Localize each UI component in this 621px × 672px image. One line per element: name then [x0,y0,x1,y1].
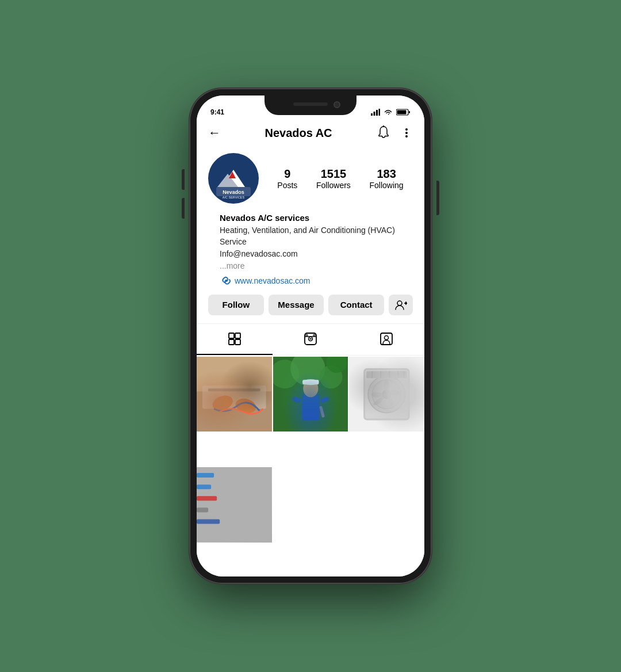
avatar: Nevados A/C SERVICES [208,153,259,204]
svg-point-55 [368,376,405,413]
svg-rect-66 [197,484,211,489]
action-buttons: Follow Message Contact [197,295,424,315]
svg-rect-0 [371,113,373,116]
bio-section: Nevados A/C services Heating, Ventilatio… [208,213,413,287]
link-icon [220,275,231,287]
svg-rect-6 [397,110,407,114]
avatar-circle: Nevados A/C SERVICES [208,153,259,204]
grid-photo-2[interactable] [273,357,348,432]
svg-point-32 [385,335,389,339]
svg-rect-23 [229,339,234,345]
speaker [293,102,328,106]
svg-rect-54 [365,370,408,418]
svg-rect-47 [302,380,319,384]
svg-rect-69 [197,519,220,524]
add-friend-button[interactable] [389,295,413,315]
grid-photo-1[interactable] [197,357,272,432]
svg-point-38 [234,396,258,415]
photo-4-image [197,467,272,543]
svg-rect-34 [197,391,272,432]
tab-reels[interactable] [273,324,348,355]
tab-grid[interactable] [197,324,273,355]
svg-point-56 [373,380,401,408]
svg-point-45 [303,380,318,397]
svg-point-40 [273,360,299,388]
bio-email: Info@nevadosac.com [220,249,401,260]
svg-rect-31 [381,333,392,345]
svg-rect-35 [202,385,266,408]
page-title: Nevados AC [264,127,332,140]
svg-point-46 [302,379,319,385]
notification-button[interactable] [376,125,391,140]
bio-name: Nevados A/C services [220,213,401,223]
tab-tagged[interactable] [348,324,424,355]
wifi-icon [384,109,393,116]
svg-rect-53 [363,368,409,420]
svg-point-8 [405,128,408,131]
svg-rect-1 [374,112,375,116]
photo-1-image [197,357,272,432]
volume-up-button[interactable] [182,169,185,190]
svg-point-10 [405,135,408,138]
content-tabs [197,323,424,356]
svg-rect-50 [319,406,325,418]
follow-button[interactable]: Follow [208,295,264,315]
battery-icon [396,109,411,116]
svg-rect-67 [197,496,217,501]
grid-photo-4[interactable] [197,467,272,543]
profile-row: Nevados A/C SERVICES 9 Posts 1515 [208,153,413,204]
svg-point-37 [210,393,235,413]
stat-following[interactable]: 183 Following [370,167,404,190]
svg-point-42 [319,365,342,388]
signal-icon [371,109,380,116]
more-options-button[interactable] [400,127,413,139]
grid-photo-3[interactable] [349,357,424,432]
profile-logo: Nevados A/C SERVICES [210,155,256,201]
svg-point-9 [405,132,408,134]
followers-count: 1515 [321,167,347,181]
posts-count: 9 [284,167,290,181]
bio-more[interactable]: ...more [220,261,401,270]
svg-rect-52 [349,357,424,432]
svg-rect-68 [197,507,208,512]
svg-rect-65 [197,473,214,478]
camera [334,101,340,108]
profile-section: Nevados A/C SERVICES 9 Posts 1515 [197,147,424,295]
header: ← Nevados AC [197,121,424,147]
grid-icon [228,332,241,346]
message-button[interactable]: Message [269,295,324,315]
svg-point-43 [326,357,347,373]
svg-rect-48 [292,396,301,403]
svg-point-27 [306,334,308,336]
reels-icon [304,332,317,346]
stats-row: 9 Posts 1515 Followers 183 Following [268,167,413,190]
volume-down-button[interactable] [182,198,185,219]
bell-icon [376,125,391,140]
svg-rect-36 [208,388,260,391]
ellipsis-icon [400,127,413,139]
photo-grid [197,357,424,576]
tagged-icon [379,332,393,346]
following-label: Following [370,181,404,190]
following-count: 183 [377,167,396,181]
photo-2-image [273,357,348,432]
back-button[interactable]: ← [208,125,221,140]
contact-button[interactable]: Contact [328,295,384,315]
stat-followers[interactable]: 1515 Followers [316,167,351,190]
svg-rect-24 [235,339,240,345]
screen-content: 9:41 [197,96,424,576]
svg-rect-21 [229,333,234,338]
svg-text:Nevados: Nevados [223,189,244,195]
svg-rect-51 [349,357,424,432]
stat-posts[interactable]: 9 Posts [277,167,297,190]
bio-description: Heating, Ventilation, and Air Conditioni… [220,225,401,247]
bio-link-container[interactable]: www.nevadosac.com [220,275,401,287]
notch [264,96,356,115]
svg-rect-2 [376,110,378,116]
svg-rect-44 [302,394,319,420]
svg-rect-58 [366,371,407,378]
power-button[interactable] [436,181,439,215]
svg-point-57 [382,390,392,399]
svg-rect-5 [409,111,410,113]
svg-rect-49 [320,396,329,403]
